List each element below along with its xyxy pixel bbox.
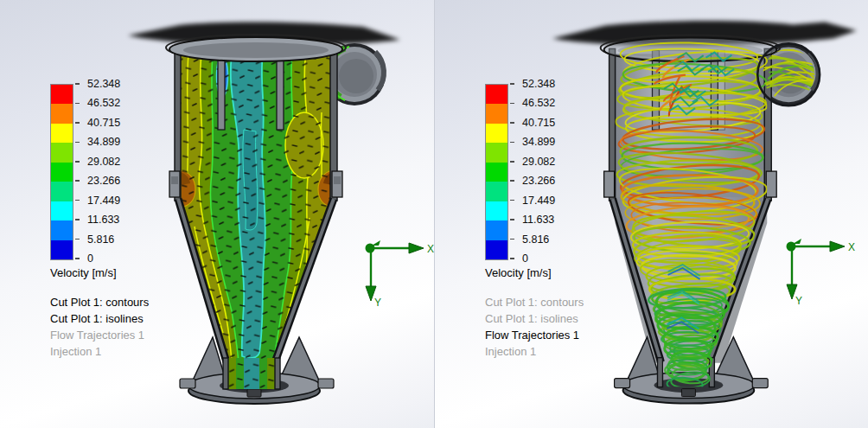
tick-mark [510,180,514,182]
legend-tick: 17.449 [510,195,555,207]
tick-mark [510,239,514,240]
legend-tick: 0 [75,252,93,265]
legend-colorbar [50,84,73,260]
plot-layers-list: Cut Plot 1: contours Cut Plot 1: isoline… [485,294,667,360]
panel-flow-trajectories: 52.348 46.532 40.715 34.899 29.082 23.26… [435,0,868,428]
legend-tick: 17.449 [75,195,120,207]
tick-mark [75,83,80,85]
tick-mark [510,258,514,259]
legend-tick: 34.899 [510,136,555,148]
layer-flow-trajectories: Flow Trajectories 1 [485,327,667,343]
legend-tick: 11.633 [510,214,554,226]
legend-tick: 40.715 [75,117,120,129]
axis-triad: X Y [345,217,442,314]
legend-title: Velocity [m/s] [485,266,667,279]
legend-tick: 5.816 [510,233,549,246]
layer-cut-plot-isolines: Cut Plot 1: isolines [485,310,667,327]
tick-mark [510,122,514,124]
tick-mark [510,142,514,144]
tick-mark [510,200,514,201]
tick-mark [75,200,80,201]
lid [166,35,346,61]
dust-outlet [223,358,280,389]
tick-mark [75,161,80,163]
tick-mark [510,103,514,105]
layer-cut-plot-isolines: Cut Plot 1: isolines [50,310,232,327]
legend-tick: 46.532 [75,97,120,109]
velocity-legend: 52.348 46.532 40.715 34.899 29.082 23.26… [485,84,667,360]
legend-tick: 0 [510,252,528,265]
legend-tick: 23.266 [75,175,120,187]
x-axis-label: X [848,241,855,253]
layer-injection: Injection 1 [485,343,667,360]
legend-tick: 29.082 [510,156,555,168]
layer-injection: Injection 1 [50,343,232,360]
y-axis-label: Y [374,297,381,309]
tick-mark [75,142,80,144]
tick-mark [510,161,514,163]
tick-mark [75,103,80,105]
tick-mark [75,180,80,182]
legend-title: Velocity [m/s] [50,266,232,279]
plot-layers-list: Cut Plot 1: contours Cut Plot 1: isoline… [50,294,232,360]
legend-tick: 5.816 [75,233,114,246]
tick-mark [75,122,80,124]
tick-mark [75,219,80,220]
tick-mark [75,239,80,240]
legend-tick: 23.266 [510,175,555,187]
legend-tick: 40.715 [510,117,555,129]
legend-colorbar [485,84,508,260]
velocity-legend: 52.348 46.532 40.715 34.899 29.082 23.26… [50,84,232,360]
layer-cut-plot-contours: Cut Plot 1: contours [50,294,232,310]
y-axis-label: Y [795,295,802,307]
legend-tick: 29.082 [75,156,120,168]
tick-mark [510,219,514,220]
legend-tick: 52.348 [510,78,555,90]
legend-tick: 34.899 [75,136,120,148]
axis-triad: X Y [766,215,863,312]
tick-mark [510,83,514,85]
legend-tick: 11.633 [75,214,119,226]
legend-ticks: 52.348 46.532 40.715 34.899 29.082 23.26… [75,84,222,259]
flow-simulation-results: 52.348 46.532 40.715 34.899 29.082 23.26… [0,0,868,428]
layer-cut-plot-contours: Cut Plot 1: contours [485,294,667,310]
x-axis-label: X [427,243,434,255]
panel-cut-plot: 52.348 46.532 40.715 34.899 29.082 23.26… [0,0,435,428]
legend-tick: 52.348 [75,78,120,90]
layer-flow-trajectories: Flow Trajectories 1 [50,327,232,343]
legend-ticks: 52.348 46.532 40.715 34.899 29.082 23.26… [510,84,657,259]
legend-tick: 46.532 [510,97,555,109]
tick-mark [75,258,80,259]
